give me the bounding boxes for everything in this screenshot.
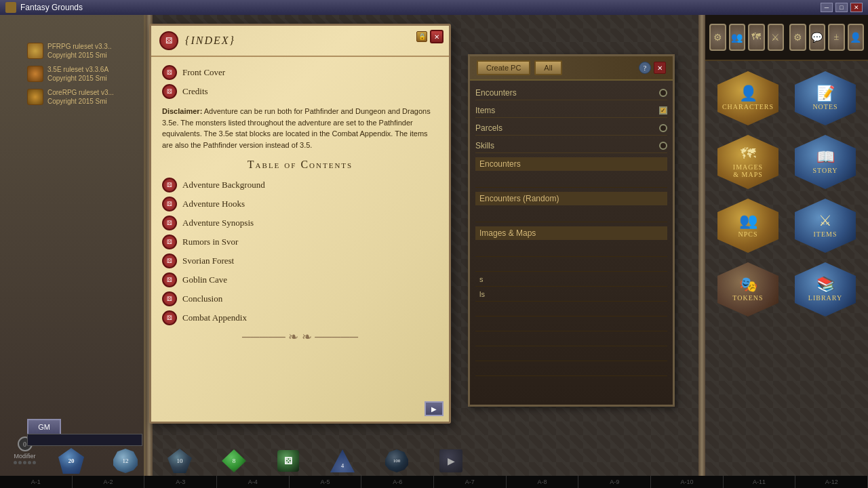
entry-icon: ⚄ <box>162 291 177 306</box>
notes-icon: 📝 <box>816 86 835 101</box>
book-lock-button[interactable]: 🔒 <box>416 31 427 42</box>
filter-label: Parcels <box>475 123 659 133</box>
book-window: ⚄ {Index} 🔒 ✕ ⚄ Front Cover ⚄ Credits Di… <box>149 24 451 424</box>
party-button[interactable]: 👥 <box>729 24 746 51</box>
nav-npcs[interactable]: 👥 NPCs <box>711 195 785 256</box>
play-area-button[interactable]: ▶ <box>424 449 478 472</box>
modifier-pips <box>14 461 36 464</box>
toc-entry-adventure-background[interactable]: ⚄ Adventure Background <box>162 178 438 192</box>
filter-parcels[interactable]: Parcels <box>475 121 667 136</box>
d10-shape: 10 <box>167 449 192 473</box>
nav-characters[interactable]: 👤 Characters <box>711 68 785 129</box>
d4-shape: 4 <box>330 449 355 472</box>
skills-radio[interactable] <box>659 142 667 150</box>
titlebar: Fantasy Grounds ─ □ ✕ <box>0 0 868 15</box>
toc-entry-conclusion[interactable]: ⚄ Conclusion <box>162 291 438 306</box>
combat-button[interactable]: ⚔ <box>768 24 785 51</box>
die-d10[interactable]: 10 <box>153 449 207 473</box>
all-button[interactable]: All <box>534 60 561 75</box>
nav-story[interactable]: 📖 Story <box>788 131 863 192</box>
entry-icon: ⚄ <box>162 272 177 287</box>
minimize-button[interactable]: ─ <box>821 3 833 12</box>
restore-button[interactable]: □ <box>835 3 848 12</box>
entry-text: Svorian Forest <box>182 256 234 266</box>
create-pc-button[interactable]: Create PC <box>477 60 530 75</box>
items-checkbox[interactable]: ✓ <box>659 106 667 115</box>
slot-a12: A-12 <box>795 476 868 488</box>
entry-text: Adventure Synopsis <box>182 218 254 228</box>
entry-text: Adventure Background <box>182 180 265 190</box>
play-button[interactable]: ▶ <box>425 401 443 416</box>
slot-a5: A-5 <box>290 476 362 488</box>
entry-icon: ⚄ <box>162 65 177 80</box>
gm-button[interactable]: GM <box>27 419 61 435</box>
credits-entry[interactable]: ⚄ Credits <box>162 84 438 99</box>
items-label: Items <box>814 230 837 238</box>
nav-images-maps[interactable]: 🗺 Images& Maps <box>711 131 785 192</box>
play-shape: ▶ <box>439 449 462 472</box>
filter-skills[interactable]: Skills <box>475 139 667 153</box>
pip-3 <box>23 461 26 464</box>
encounters-radio[interactable] <box>659 89 667 97</box>
pip-2 <box>18 461 22 464</box>
filter-items[interactable]: Items ✓ <box>475 104 667 118</box>
slot-a4: A-4 <box>217 476 290 488</box>
nav-items[interactable]: ⚔ Items <box>788 195 863 256</box>
lib-icon-2 <box>27 66 43 82</box>
ornament-divider: ───── ❧ ❧ ───── <box>162 329 438 344</box>
entry-text: Conclusion <box>182 293 222 304</box>
slot-a11: A-11 <box>724 476 796 488</box>
list-item <box>475 346 667 361</box>
list-item <box>475 331 667 346</box>
settings-button[interactable]: ⚙ <box>709 24 726 51</box>
toc-entry-svorian-forest[interactable]: ⚄ Svorian Forest <box>162 253 438 268</box>
book-close-button[interactable]: ✕ <box>430 30 443 43</box>
parcels-radio[interactable] <box>659 124 667 132</box>
npcs-label: NPCs <box>738 230 757 238</box>
nav-notes[interactable]: 📝 Notes <box>788 68 863 129</box>
die-d4[interactable]: 4 <box>315 449 370 472</box>
die-d100[interactable]: 100 <box>370 449 424 472</box>
entry-icon: ⚄ <box>162 178 177 192</box>
toc-entry-adventure-hooks[interactable]: ⚄ Adventure Hooks <box>162 197 438 211</box>
die-d6[interactable]: ⚄ <box>261 450 315 472</box>
toc-entry-combat-appendix[interactable]: ⚄ Combat Appendix <box>162 310 438 325</box>
slot-labels-row: A-1 A-2 A-3 A-4 A-5 A-6 A-7 A-8 A-9 A-10… <box>0 476 868 488</box>
nav-library[interactable]: 📚 Library <box>788 259 863 320</box>
die-d12[interactable]: 12 <box>98 449 153 473</box>
characters-icon: 👤 <box>739 86 757 101</box>
chat-button[interactable]: 💬 <box>809 24 826 51</box>
left-panel: GM 0 Modifier PFRPG ruleset v3.3.. Copyr… <box>0 15 146 488</box>
list-item <box>475 302 667 317</box>
list-item[interactable]: CoreRPG ruleset v3... Copyright 2015 Smi <box>27 88 139 106</box>
die-d20[interactable]: 20 <box>44 448 98 474</box>
search-area[interactable] <box>27 434 142 446</box>
filter-encounters[interactable]: Encounters <box>475 86 667 100</box>
list-item[interactable]: PFRPG ruleset v3.3.. Copyright 2015 Smi <box>27 42 139 60</box>
list-item[interactable]: 3.5E ruleset v3.3.6A Copyright 2015 Smi <box>27 65 139 83</box>
player-button[interactable]: 👤 <box>848 24 865 51</box>
help-button[interactable]: ? <box>639 62 651 74</box>
list-item: s <box>475 272 667 287</box>
list-item <box>475 207 667 222</box>
toc-heading: Table of Contents <box>162 159 438 171</box>
front-cover-entry[interactable]: ⚄ Front Cover <box>162 65 438 80</box>
close-button[interactable]: ✕ <box>850 3 863 12</box>
config-button[interactable]: ⚙ <box>789 24 806 51</box>
toc-entry-rumors[interactable]: ⚄ Rumors in Svor <box>162 235 438 249</box>
party-close-button[interactable]: ✕ <box>654 62 666 74</box>
entry-icon: ⚄ <box>162 235 177 249</box>
entry-icon: ⚄ <box>162 197 177 211</box>
maps-button[interactable]: 🗺 <box>748 24 765 51</box>
list-item <box>475 242 667 257</box>
die-d8[interactable]: 8 <box>207 449 261 472</box>
disclaimer-label: Disclaimer: <box>162 107 202 115</box>
modifier-button[interactable]: ± <box>828 24 845 51</box>
book-header: ⚄ {Index} 🔒 ✕ <box>151 26 449 57</box>
nav-tokens[interactable]: 🎭 Tokens <box>711 259 785 320</box>
toc-entry-adventure-synopsis[interactable]: ⚄ Adventure Synopsis <box>162 216 438 230</box>
book-content: ⚄ Front Cover ⚄ Credits Disclaimer: Adve… <box>151 57 449 419</box>
lib-text-3: CoreRPG ruleset v3... Copyright 2015 Smi <box>47 88 114 106</box>
toc-entry-goblin-cave[interactable]: ⚄ Goblin Cave <box>162 272 438 287</box>
disclaimer-paragraph: Disclaimer: Adventure can be run both fo… <box>162 106 438 150</box>
